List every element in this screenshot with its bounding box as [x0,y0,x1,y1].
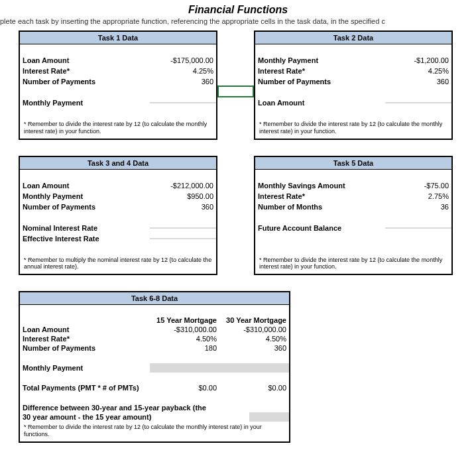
task68-interest-c1[interactable]: 4.50% [150,334,219,343]
task34-footnote: * Remember to multiply the nominal inter… [20,255,216,274]
task1-result-cell[interactable] [150,102,216,103]
task68-totalpay-c2[interactable]: $0.00 [219,383,289,392]
task1-result-label: Monthly Payment [20,98,150,107]
worksheet: Financial Functions plete each task by i… [0,0,476,443]
task68-diff-cell[interactable] [249,412,289,422]
task5-box: Task 5 Data Monthly Savings Amount -$75.… [254,156,453,276]
task68-box: Task 6-8 Data 15 Year Mortgage 30 Year M… [19,291,290,443]
task68-diff-label-1: Difference between 30-year and 15-year p… [20,403,289,412]
task68-loan-c1[interactable]: -$310,000.00 [150,325,219,334]
task34-effective-cell[interactable] [150,238,216,239]
task2-interest-value[interactable]: 4.25% [385,66,451,76]
task68-blank-label [20,316,150,325]
task34-loan-label: Loan Amount [20,181,150,190]
task34-nominal-label: Nominal Interest Rate [20,223,150,233]
task5-interest-label: Interest Rate* [255,192,385,201]
task2-numpay-value[interactable]: 360 [385,77,451,86]
task1-loan-value[interactable]: -$175,000.00 [150,56,216,65]
task5-interest-value[interactable]: 2.75% [385,192,451,201]
task2-box: Task 2 Data Monthly Payment -$1,200.00 I… [254,30,453,140]
task5-savings-value[interactable]: -$75.00 [385,181,451,190]
row-pair-1: Task 1 Data Loan Amount -$175,000.00 Int… [19,30,476,140]
task68-header: Task 6-8 Data [20,292,289,305]
task2-monthlypay-label: Monthly Payment [255,56,385,65]
task2-result-label: Loan Amount [255,98,385,107]
task5-months-label: Number of Months [255,202,385,211]
task2-numpay-label: Number of Payments [255,77,385,86]
task68-loan-c2[interactable]: -$310,000.00 [219,325,289,334]
task1-interest-label: Interest Rate* [20,66,150,76]
task5-result-cell[interactable] [385,227,451,229]
task1-header: Task 1 Data [20,32,216,44]
task68-monthlypay-label: Monthly Payment [20,363,150,373]
task2-result-cell[interactable] [385,102,451,103]
task68-totalpay-label: Total Payments (PMT * # of PMTs) [20,383,150,392]
task68-numpay-label: Number of Payments [20,343,150,353]
task34-loan-value[interactable]: -$212,000.00 [150,181,216,190]
page-title: Financial Functions [0,0,476,17]
task34-numpay-value[interactable]: 360 [150,202,216,211]
task5-header: Task 5 Data [255,157,451,170]
task1-footnote: * Remember to divide the interest rate b… [20,119,216,139]
task34-monthlypay-label: Monthly Payment [20,192,150,201]
task2-interest-label: Interest Rate* [255,66,385,76]
task5-footnote: * Remember to divide the interest rate b… [255,255,451,274]
task34-nominal-cell[interactable] [150,227,216,229]
task1-box: Task 1 Data Loan Amount -$175,000.00 Int… [19,30,217,140]
task68-col1-head: 15 Year Mortgage [150,316,219,325]
task68-monthlypay-c2[interactable] [219,363,289,373]
row-pair-2: Task 3 and 4 Data Loan Amount -$212,000.… [19,156,476,276]
task5-result-label: Future Account Balance [255,223,385,233]
task34-effective-label: Effective Interest Rate [20,234,150,243]
task1-numpay-value[interactable]: 360 [150,77,216,86]
row-pair-3: Task 6-8 Data 15 Year Mortgage 30 Year M… [19,291,476,443]
task68-monthlypay-c1[interactable] [150,363,219,373]
task2-monthlypay-value[interactable]: -$1,200.00 [385,56,451,65]
task68-numpay-c1[interactable]: 180 [150,343,219,353]
task1-numpay-label: Number of Payments [20,77,150,86]
instruction-text: plete each task by inserting the appropr… [0,17,476,30]
task2-footnote: * Remember to divide the interest rate b… [255,119,451,139]
task34-monthlypay-value[interactable]: $950.00 [150,192,216,201]
task1-loan-label: Loan Amount [20,56,150,65]
task68-interest-label: Interest Rate* [20,334,150,343]
task68-diff-label-2: 30 year amount - the 15 year amount) [20,412,249,422]
task34-numpay-label: Number of Payments [20,202,150,211]
task68-numpay-c2[interactable]: 360 [219,343,289,353]
task68-loan-label: Loan Amount [20,325,150,334]
task68-interest-c2[interactable]: 4.50% [219,334,289,343]
task1-interest-value[interactable]: 4.25% [150,66,216,76]
task68-col2-head: 30 Year Mortgage [219,316,289,325]
task68-footnote: * Remember to divide the interest rate b… [20,422,289,441]
task34-header: Task 3 and 4 Data [20,157,216,170]
task34-box: Task 3 and 4 Data Loan Amount -$212,000.… [19,156,217,276]
task2-header: Task 2 Data [255,32,451,44]
task5-savings-label: Monthly Savings Amount [255,181,385,190]
task68-totalpay-c1[interactable]: $0.00 [150,383,219,392]
task5-months-value[interactable]: 36 [385,202,451,211]
